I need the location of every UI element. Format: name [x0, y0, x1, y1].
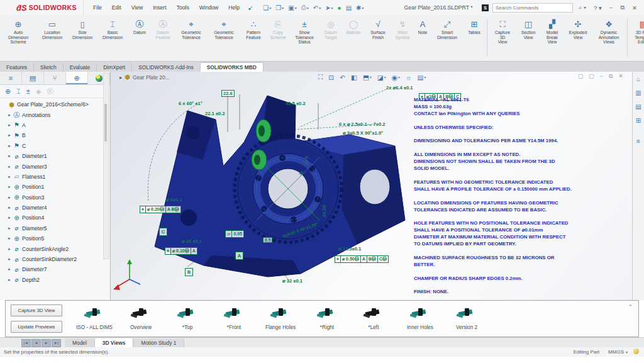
- edit-appearance-icon[interactable]: ☼: [406, 74, 412, 81]
- ribbon-surface-finish-button[interactable]: √Surface Finish: [365, 18, 391, 41]
- dropdown-caret-icon[interactable]: ▾: [282, 6, 284, 10]
- expand-arrow-icon[interactable]: ▸: [6, 205, 13, 210]
- dimension-annotation[interactable]: ⌀ 26 ±0.1: [182, 238, 202, 244]
- tree-item-b[interactable]: ▸⚑B: [1, 130, 110, 140]
- dimension-annotation[interactable]: 6 x 60° ±1°: [179, 101, 203, 106]
- view-palette-icon[interactable]: ⊞: [636, 117, 641, 124]
- search-icon[interactable]: ⌕ ▾: [577, 4, 588, 11]
- bottom-tab-motion-study-1[interactable]: Motion Study 1: [133, 338, 184, 347]
- hide-show-items-icon[interactable]: ◉▾: [392, 74, 400, 81]
- ribbon-section-view-button[interactable]: ◫Section View: [516, 18, 540, 41]
- ribbon-geometric-tolerance-button[interactable]: ⌖Geometric Tolerance: [175, 18, 208, 41]
- graphics-viewport[interactable]: ▸ ⬢ Gear Plate 20... ⛶⊡↶◧⬒▾◪▾◉▾☼▤▾ ▢▢−⧉✕…: [111, 72, 632, 300]
- tree-scrollbar[interactable]: [103, 73, 109, 259]
- home-icon[interactable]: ⌂: [636, 75, 640, 82]
- minimize-doc-icon[interactable]: −: [600, 73, 603, 80]
- ribbon-pdf-template-editor-button[interactable]: ▤3D PDF Template Editor: [629, 18, 644, 46]
- ribbon-pattern-feature-button[interactable]: ∴Pattern Feature: [240, 18, 267, 41]
- tree-item-diameter4[interactable]: ▸⌀Diameter4: [1, 203, 110, 213]
- dimension-annotation[interactable]: 6 x ⌀ 2.5±0.1 ⌵ 7±0.2: [339, 121, 386, 128]
- tab-sketch[interactable]: Sketch: [34, 63, 64, 72]
- expand-arrow-icon[interactable]: ▸: [6, 184, 13, 189]
- tab-solidworks-mbd[interactable]: SOLIDWORKS MBD: [201, 62, 264, 72]
- dimxpert-manager-tab[interactable]: ⊕: [66, 72, 88, 84]
- ribbon-location-dimension-button[interactable]: ▭Location Dimension: [36, 18, 68, 41]
- custom-properties-icon[interactable]: ≡: [636, 138, 640, 145]
- file-properties-icon[interactable]: ▤: [346, 4, 352, 11]
- menu-tools[interactable]: Tools: [172, 3, 194, 13]
- expand-arrow-icon[interactable]: ▸: [6, 143, 13, 148]
- view-thumbnail--left[interactable]: *Left: [350, 307, 397, 330]
- expand-arrow-icon[interactable]: ▸: [6, 164, 13, 169]
- ribbon-note-button[interactable]: ANote: [414, 18, 431, 36]
- options-gear-icon[interactable]: ✱▾: [356, 4, 364, 11]
- dimension-annotation[interactable]: 45.5 ±0.2: [286, 101, 306, 106]
- tab-dimxpert[interactable]: DimXpert: [97, 63, 132, 72]
- tree-item-countersinkdiameter2[interactable]: ▸⌀CounterSinkDiameter2: [1, 254, 110, 264]
- dropdown-caret-icon[interactable]: ▾: [370, 75, 372, 79]
- ribbon-show-tolerance-status-button[interactable]: ±Show Tolerance Status: [289, 18, 319, 46]
- dimension-annotation[interactable]: 2x ⌀6.4 ±0.1: [386, 85, 413, 91]
- view-thumbnail--front[interactable]: *Front: [211, 307, 257, 330]
- auto-dimension-scheme-tool-icon[interactable]: ⊕: [5, 87, 11, 96]
- dimension-annotation[interactable]: ⌀ 32 ±0.1: [282, 278, 303, 284]
- new-window-icon[interactable]: ▢: [578, 73, 584, 80]
- tab-features[interactable]: Features: [0, 63, 34, 72]
- view-thumbnail-flange-holes[interactable]: Flange Holes: [257, 307, 304, 330]
- ribbon-dynamic-annotation-views-button[interactable]: ❖Dynamic Annotation Views: [592, 18, 626, 46]
- ribbon-size-dimension-button[interactable]: ▯Size Dimension: [68, 18, 97, 41]
- ribbon-geometric-tolerance-button[interactable]: ⌖Geometric Tolerance: [208, 18, 240, 41]
- breadcrumb[interactable]: ▸ ⬢ Gear Plate 20...: [119, 74, 170, 81]
- menu-window[interactable]: Window: [195, 3, 223, 13]
- open-file-icon[interactable]: ❐▾: [275, 4, 284, 11]
- ribbon-auto-dimension-scheme-button[interactable]: ⊕Auto Dimension Scheme: [0, 18, 36, 46]
- dimension-annotation[interactable]: 22.6: [221, 90, 235, 97]
- configuration-manager-tab[interactable]: ⑂: [44, 72, 66, 84]
- collapse-panel-icon[interactable]: ⌃: [628, 304, 633, 310]
- view-thumbnail--top[interactable]: *Top: [164, 307, 211, 330]
- expand-arrow-icon[interactable]: ▸: [6, 257, 13, 262]
- datum-label-a[interactable]: A: [235, 252, 243, 260]
- pin-menu-icon[interactable]: ➹: [248, 4, 253, 11]
- dimension-annotation[interactable]: 22.1 ±0.2: [205, 111, 225, 116]
- feature-manager-tab[interactable]: ≡: [0, 72, 22, 84]
- tree-root[interactable]: ⬢Gear Plate_2016<Scheme/6>: [1, 99, 110, 109]
- property-manager-tab[interactable]: ▤: [22, 72, 44, 84]
- tree-item-depth2[interactable]: ▸⌀Depth2: [1, 275, 110, 285]
- view-settings-icon[interactable]: ▤▾: [418, 74, 426, 81]
- feature-control-frame[interactable]: ⌖⌀ 0.10ⓂA: [165, 247, 197, 255]
- tree-item-diameter5[interactable]: ▸⌀Diameter5: [1, 223, 110, 233]
- expand-arrow-icon[interactable]: ▸: [6, 195, 13, 200]
- ribbon-exploded-view-button[interactable]: ✣Exploded View: [564, 18, 592, 41]
- zoom-fit-icon[interactable]: ⛶: [318, 73, 323, 81]
- expand-arrow-icon[interactable]: ▸: [6, 174, 13, 179]
- expand-arrow-icon[interactable]: ▸: [6, 154, 13, 159]
- tab-nav-arrow-3[interactable]: ►|: [52, 339, 61, 347]
- previous-view-icon[interactable]: ↶: [340, 74, 345, 81]
- expand-arrow-icon[interactable]: ▸: [6, 226, 13, 231]
- view-thumbnail-inner-holes[interactable]: Inner Holes: [397, 307, 443, 330]
- ribbon-tables-button[interactable]: ⊞Tables: [463, 18, 486, 36]
- close-doc-icon[interactable]: ✕: [618, 73, 623, 80]
- menu-insert[interactable]: Insert: [148, 3, 171, 13]
- expand-arrow-icon[interactable]: ▸: [6, 215, 13, 220]
- view-thumbnail-overview[interactable]: Overview: [118, 307, 164, 330]
- feature-control-frame[interactable]: ⌖⌀ 0.20ⓂA BⓂ: [140, 206, 181, 213]
- select-cursor-icon[interactable]: ➤▾: [325, 4, 333, 11]
- dimension-annotation[interactable]: ⌀ 6±0.1: [166, 197, 182, 203]
- dropdown-caret-icon[interactable]: ▾: [362, 6, 364, 10]
- dropdown-caret-icon[interactable]: ▾: [319, 6, 321, 10]
- section-view-icon[interactable]: ◧: [351, 74, 357, 81]
- close-icon[interactable]: ✕: [630, 4, 639, 11]
- dimension-annotation[interactable]: 36.5: [304, 156, 309, 165]
- ribbon-model-break-view-button[interactable]: ▞Model Break View: [540, 18, 564, 46]
- feature-control-frame[interactable]: ⌖⌀ 0.50ⓂABⓂCⓂ: [335, 255, 389, 263]
- tab-nav-arrow-2[interactable]: ►: [42, 339, 51, 347]
- tab-evaluate[interactable]: Evaluate: [64, 63, 97, 72]
- tree-item-position4[interactable]: ▸⊕Position4: [1, 213, 110, 223]
- view-thumbnail-iso-all-dims[interactable]: ISO - ALL DIMS: [71, 307, 118, 330]
- split-window-icon[interactable]: ▢: [589, 73, 594, 80]
- units-selector[interactable]: MMGS▾: [608, 349, 628, 355]
- tab-solidworks-add-ins[interactable]: SOLIDWORKS Add-Ins: [132, 63, 201, 72]
- rebuild-icon[interactable]: ●: [338, 4, 341, 11]
